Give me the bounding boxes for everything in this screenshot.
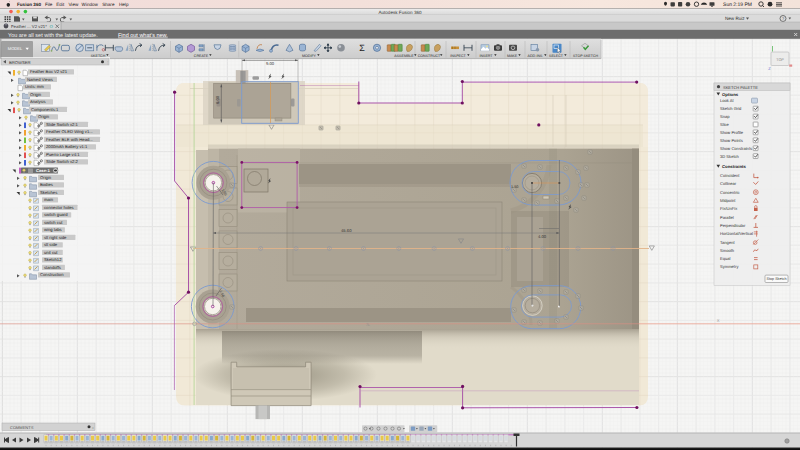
svg-text:slt side: slt side (44, 242, 58, 247)
svg-text:connector holes: connector holes (44, 205, 74, 210)
svg-text:Sketches: Sketches (40, 190, 57, 195)
svg-text:Find out what’s new.: Find out what’s new. (118, 33, 168, 39)
svg-text:Coincident: Coincident (720, 173, 740, 178)
svg-text:New Ruiz: New Ruiz (725, 16, 745, 21)
svg-text:Units: mm: Units: mm (25, 84, 44, 89)
svg-text:MODEL: MODEL (8, 46, 23, 51)
svg-text:Snap: Snap (720, 114, 730, 119)
svg-text:Fix/UnFix: Fix/UnFix (720, 206, 737, 211)
svg-text:MODIFY: MODIFY (302, 54, 317, 58)
svg-text:Tangent: Tangent (720, 240, 735, 245)
svg-text:Collinear: Collinear (720, 181, 737, 186)
svg-text:slt right side: slt right side (44, 235, 67, 240)
svg-text:Feather OLED Wing v1...: Feather OLED Wing v1... (46, 129, 93, 134)
svg-text:Show Profile: Show Profile (720, 130, 744, 135)
svg-text:unit cut: unit cut (44, 250, 58, 255)
svg-text:wing tabs: wing tabs (44, 227, 62, 232)
svg-text:9.00: 9.00 (266, 61, 275, 66)
svg-text:Origin: Origin (38, 114, 50, 119)
svg-text:Options: Options (722, 92, 739, 97)
svg-text:3D Sketch: 3D Sketch (720, 154, 740, 159)
svg-text:Feather ... V2 v21*: Feather ... V2 v21* (11, 24, 47, 29)
svg-text:Analysis: Analysis (30, 99, 46, 104)
svg-text:CREATE: CREATE (194, 54, 209, 58)
svg-text:X: X (717, 318, 720, 323)
svg-text:Horizontal/Vertical: Horizontal/Vertical (720, 231, 753, 236)
svg-text:INSERT: INSERT (479, 54, 493, 58)
svg-text:Slide Switch v2:2: Slide Switch v2:2 (46, 159, 79, 164)
svg-text:Fusion 360: Fusion 360 (17, 2, 41, 7)
svg-text:Autodesk Fusion 360: Autodesk Fusion 360 (378, 10, 422, 15)
svg-text:Puerro Large v4:1: Puerro Large v4:1 (46, 152, 80, 157)
svg-text:45.60: 45.60 (341, 228, 352, 233)
svg-text:Construction: Construction (40, 272, 64, 277)
svg-text:CONSTRUCT: CONSTRUCT (418, 54, 441, 58)
svg-text:You are all set with the lates: You are all set with the latest update. (8, 33, 98, 39)
svg-text:SELECT: SELECT (549, 54, 564, 58)
svg-text:main: main (44, 197, 54, 202)
svg-text:STOP SKETCH: STOP SKETCH (573, 54, 599, 58)
svg-text:Show Points: Show Points (720, 138, 743, 143)
svg-text:Symmetry: Symmetry (720, 264, 739, 269)
svg-text:INSPECT: INSPECT (450, 54, 466, 58)
svg-text:7L: 7L (366, 323, 370, 327)
svg-text:Feather BLE with Head...: Feather BLE with Head... (46, 137, 93, 142)
svg-text:SKETCH PALETTE: SKETCH PALETTE (723, 85, 758, 90)
svg-text:standoffs: standoffs (44, 265, 61, 270)
svg-text:Equal: Equal (720, 256, 731, 261)
svg-text:Parallel: Parallel (720, 215, 734, 220)
svg-text:Smooth: Smooth (720, 248, 735, 253)
svg-text:Components:1: Components:1 (31, 107, 59, 112)
svg-text:switch cut: switch cut (44, 220, 63, 225)
svg-text:Σ: Σ (359, 43, 365, 53)
svg-text:File: File (45, 2, 53, 7)
svg-text:Share: Share (102, 2, 115, 7)
svg-text:Slide Switch v2:1: Slide Switch v2:1 (46, 122, 79, 127)
svg-text:⋮: ⋮ (106, 61, 110, 65)
svg-text:Origin: Origin (40, 175, 52, 180)
svg-text:ADD-INS: ADD-INS (528, 54, 543, 58)
svg-text:2000mAh Battery v1:1: 2000mAh Battery v1:1 (46, 144, 88, 149)
svg-text:BROWSER: BROWSER (9, 60, 31, 65)
svg-text:COMMENTS: COMMENTS (10, 425, 34, 430)
svg-text:Sketch Grid: Sketch Grid (720, 106, 742, 111)
svg-text:Show Constraints: Show Constraints (720, 146, 752, 151)
svg-text:6.00: 6.00 (215, 95, 220, 104)
svg-text:Stop Sketch: Stop Sketch (767, 277, 787, 281)
svg-text:Sketch12: Sketch12 (44, 257, 62, 262)
svg-text:Origin: Origin (30, 92, 42, 97)
svg-text:Look At: Look At (720, 98, 735, 103)
svg-text:1.50: 1.50 (511, 185, 518, 189)
svg-text:Concentric: Concentric (720, 190, 740, 195)
svg-text:Constraints: Constraints (722, 164, 746, 169)
svg-text:Named Views: Named Views (27, 77, 53, 82)
svg-text:Bodies: Bodies (40, 182, 53, 187)
svg-text:Help: Help (119, 2, 129, 7)
svg-text:Window: Window (82, 2, 99, 7)
svg-text:MAKE: MAKE (507, 54, 518, 58)
svg-text:Midpoint: Midpoint (720, 198, 736, 203)
svg-text:switch guard: switch guard (44, 212, 68, 217)
svg-text:View: View (68, 2, 79, 7)
svg-text:Feather Box V2 v21: Feather Box V2 v21 (30, 69, 68, 74)
svg-text:Perpendicular: Perpendicular (720, 223, 746, 228)
svg-text:Edit: Edit (56, 2, 65, 7)
svg-text:4.00: 4.00 (538, 234, 547, 239)
svg-text:Slice: Slice (720, 122, 730, 127)
svg-text:ASSEMBLE: ASSEMBLE (394, 54, 414, 58)
svg-text:Sun 2:19 PM: Sun 2:19 PM (723, 2, 752, 8)
svg-text:Case:1: Case:1 (36, 168, 50, 173)
svg-text:TOP: TOP (776, 58, 784, 62)
